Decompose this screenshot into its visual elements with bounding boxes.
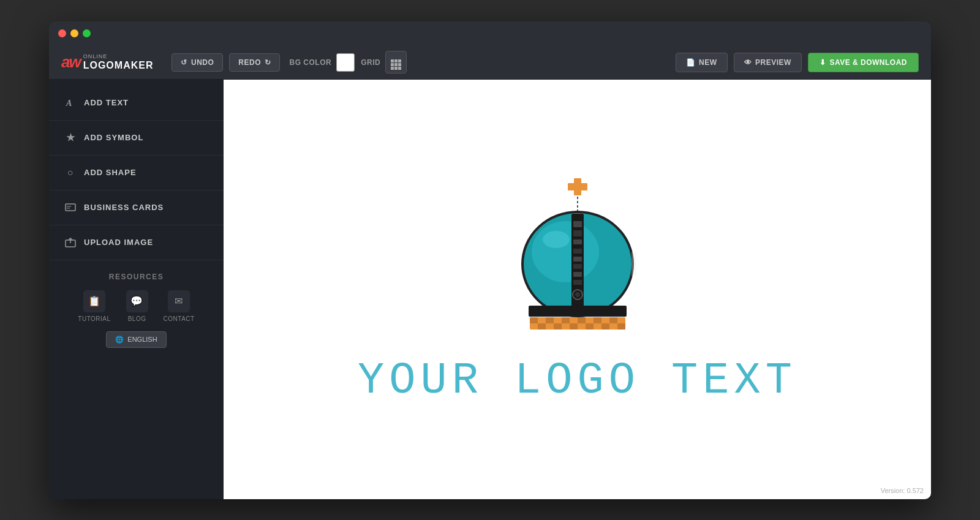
main-area: A ADD TEXT ★ ADD SYMBOL ○ ADD SHAPE (49, 80, 931, 499)
add-text-label: ADD TEXT (84, 98, 129, 107)
tutorial-icon: 📋 (83, 290, 105, 312)
undo-icon: ↺ (181, 58, 187, 67)
redo-label: REDO (238, 58, 261, 67)
svg-rect-18 (573, 272, 582, 277)
preview-button[interactable]: 👁 PREVIEW (734, 53, 802, 72)
svg-rect-13 (573, 230, 582, 236)
globe-icon: 🌐 (115, 336, 124, 344)
preview-label: PREVIEW (755, 58, 791, 67)
svg-rect-1 (66, 204, 75, 211)
bg-color-swatch[interactable] (336, 53, 355, 72)
svg-rect-27 (562, 317, 570, 323)
blog-icon: 💬 (126, 290, 148, 312)
svg-rect-30 (609, 317, 617, 323)
svg-rect-16 (573, 257, 582, 262)
app-window: aw ONLINE LOGOMAKER ↺ UNDO REDO ↻ BG COL… (49, 21, 931, 499)
symbol-icon: ★ (64, 132, 77, 144)
sidebar-item-add-symbol[interactable]: ★ ADD SYMBOL (49, 121, 224, 156)
svg-rect-31 (538, 323, 546, 330)
grid-control: GRID (361, 51, 407, 73)
canvas-area[interactable]: YOUR LOGO TEXT Version: 0.572 (224, 80, 931, 499)
svg-rect-33 (570, 323, 578, 330)
svg-rect-6 (568, 183, 587, 190)
svg-text:A: A (66, 99, 72, 108)
blog-label: BLOG (128, 315, 146, 322)
grid-toggle-button[interactable] (385, 51, 407, 73)
version-tag: Version: 0.572 (881, 487, 924, 494)
sidebar-item-add-shape[interactable]: ○ ADD SHAPE (49, 156, 224, 190)
logo-area: aw ONLINE LOGOMAKER (61, 53, 153, 72)
add-symbol-label: ADD SYMBOL (84, 133, 143, 142)
svg-rect-12 (573, 221, 582, 227)
upload-icon (64, 236, 77, 249)
grid-label: GRID (361, 58, 380, 67)
business-cards-label: BUSINESS CARDS (84, 203, 164, 212)
sidebar-item-add-text[interactable]: A ADD TEXT (49, 86, 224, 121)
close-button[interactable] (58, 29, 66, 37)
svg-rect-17 (573, 264, 582, 269)
resource-blog[interactable]: 💬 BLOG (126, 290, 148, 322)
app-container: aw ONLINE LOGOMAKER ↺ UNDO REDO ↻ BG COL… (49, 46, 931, 499)
shape-icon: ○ (64, 167, 77, 179)
sidebar-item-business-cards[interactable]: BUSINESS CARDS (49, 190, 224, 225)
svg-rect-28 (578, 317, 586, 323)
svg-rect-22 (631, 252, 636, 276)
crown-graphic (498, 172, 657, 344)
svg-rect-14 (573, 239, 582, 244)
sidebar-item-upload-image[interactable]: UPLOAD IMAGE (49, 225, 224, 260)
bg-color-label: BG COLOR (289, 58, 331, 67)
new-button[interactable]: 📄 NEW (676, 53, 728, 72)
svg-rect-15 (573, 249, 582, 254)
logo-logomaker-text: LOGOMAKER (83, 60, 154, 71)
traffic-lights (58, 29, 91, 37)
svg-rect-35 (601, 323, 609, 330)
redo-button[interactable]: REDO ↻ (229, 53, 280, 72)
new-label: NEW (699, 58, 717, 67)
new-doc-icon: 📄 (686, 58, 696, 67)
undo-button[interactable]: ↺ UNDO (172, 53, 223, 72)
svg-point-21 (575, 292, 580, 297)
svg-point-9 (532, 221, 599, 282)
svg-rect-19 (573, 280, 582, 285)
redo-icon: ↻ (265, 58, 271, 67)
upload-image-label: UPLOAD IMAGE (84, 238, 153, 247)
resources-icons: 📋 TUTORIAL 💬 BLOG ✉ CONTACT (58, 290, 214, 322)
undo-label: UNDO (191, 58, 214, 67)
resource-tutorial[interactable]: 📋 TUTORIAL (78, 290, 110, 322)
business-card-icon (64, 202, 77, 214)
svg-rect-26 (546, 317, 554, 323)
toolbar-right: 📄 NEW 👁 PREVIEW ⬇ SAVE & DOWNLOAD (676, 53, 919, 72)
resource-contact[interactable]: ✉ CONTACT (164, 290, 195, 322)
logo-aw-icon: aw (61, 53, 80, 72)
text-icon: A (64, 97, 77, 109)
save-download-button[interactable]: ⬇ SAVE & DOWNLOAD (808, 53, 919, 72)
svg-rect-23 (529, 306, 627, 317)
logo-text-area: ONLINE LOGOMAKER (83, 54, 154, 70)
logo-text-display[interactable]: YOUR LOGO TEXT (358, 356, 797, 406)
svg-rect-36 (617, 323, 625, 330)
svg-rect-32 (554, 323, 562, 330)
svg-rect-34 (586, 323, 594, 330)
svg-rect-29 (594, 317, 601, 323)
tutorial-label: TUTORIAL (78, 315, 110, 322)
title-bar (49, 21, 931, 46)
logo-display: YOUR LOGO TEXT (358, 172, 797, 406)
svg-point-10 (543, 231, 570, 248)
resources-title: RESOURCES (58, 273, 214, 281)
language-button[interactable]: 🌐 ENGLISH (106, 331, 166, 348)
contact-label: CONTACT (164, 315, 195, 322)
fullscreen-button[interactable] (83, 29, 91, 37)
download-icon: ⬇ (820, 58, 826, 67)
preview-icon: 👁 (744, 58, 752, 67)
sidebar: A ADD TEXT ★ ADD SYMBOL ○ ADD SHAPE (49, 80, 224, 499)
language-label: ENGLISH (127, 336, 157, 343)
logo-online-text: ONLINE (83, 54, 154, 60)
resources-section: RESOURCES 📋 TUTORIAL 💬 BLOG ✉ CONTACT (49, 260, 224, 354)
add-shape-label: ADD SHAPE (84, 168, 137, 177)
bg-color-control: BG COLOR (289, 53, 355, 72)
contact-icon: ✉ (168, 290, 190, 312)
grid-icon (391, 59, 401, 70)
minimize-button[interactable] (70, 29, 78, 37)
svg-rect-25 (530, 317, 538, 323)
canvas-content: YOUR LOGO TEXT (224, 80, 931, 499)
